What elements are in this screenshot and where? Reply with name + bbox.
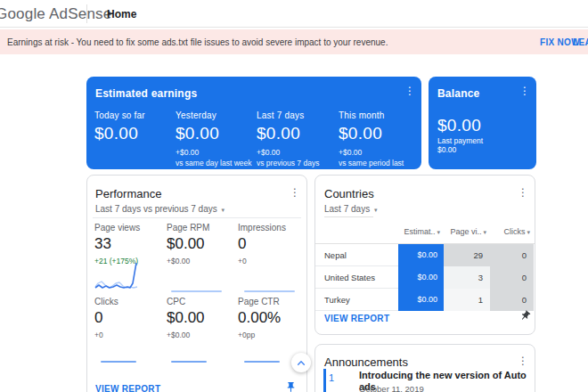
performance-title: Performance bbox=[95, 187, 161, 200]
clicks-cell: 0 bbox=[490, 266, 534, 289]
announcement-accent-bar bbox=[323, 369, 326, 392]
countries-card: Countries ⋮ Last 7 days ▾ Estimat..▾ Pag… bbox=[314, 175, 535, 335]
metric-page-ctr: Page CTR 0.00% +0pp bbox=[238, 297, 306, 339]
metric-impressions: Impressions 0 +0 bbox=[238, 223, 306, 265]
metric-delta: +$0.00 bbox=[339, 148, 419, 157]
column-header-clicks[interactable]: Clicks▾ bbox=[490, 227, 534, 236]
earnings-cell: $0.00 bbox=[398, 244, 444, 266]
metric-compare: vs same period last year bbox=[339, 159, 419, 176]
metric-value: $0.00 bbox=[94, 124, 175, 143]
kebab-menu-icon[interactable]: ⋮ bbox=[519, 86, 530, 96]
kebab-menu-icon[interactable]: ⋮ bbox=[518, 355, 528, 366]
table-row: United States $0.00 3 0 bbox=[315, 266, 534, 289]
table-row: Turkey $0.00 1 0 bbox=[315, 289, 534, 311]
page-rpm-sparkline bbox=[171, 290, 222, 292]
google-adsense-logo: Google AdSense bbox=[0, 5, 111, 23]
range-label: Last 7 days bbox=[324, 204, 370, 214]
column-label: Estimat.. bbox=[404, 227, 435, 236]
metric-compare: vs previous 7 days bbox=[257, 159, 337, 167]
countries-title: Countries bbox=[324, 187, 374, 200]
last-payment-label: Last payment bbox=[437, 136, 483, 145]
ee-metric-last7days: Last 7 days $0.00 +$0.00 vs previous 7 d… bbox=[257, 110, 337, 167]
column-label: Page vi.. bbox=[450, 227, 481, 236]
metric-label: Page views bbox=[94, 223, 162, 233]
sort-arrow-icon: ▾ bbox=[527, 229, 530, 235]
sort-arrow-icon: ▾ bbox=[437, 229, 440, 235]
metric-value: $0.00 bbox=[176, 124, 256, 143]
metric-delta: +$0.00 bbox=[176, 148, 256, 157]
balance-card: Balance ⋮ $0.00 Last payment $0.00 bbox=[429, 77, 536, 169]
metric-value: 33 bbox=[94, 235, 162, 253]
metric-delta: +0pp bbox=[238, 331, 306, 339]
chevron-down-icon: ▾ bbox=[374, 207, 378, 213]
metric-delta: +0 bbox=[94, 331, 162, 339]
clicks-cell: 0 bbox=[490, 289, 534, 311]
metric-value: $0.00 bbox=[339, 124, 419, 143]
column-label: Clicks bbox=[503, 227, 525, 236]
column-header-estimated-earnings[interactable]: Estimat..▾ bbox=[398, 227, 444, 236]
clicks-sparkline bbox=[101, 361, 136, 363]
chevron-down-icon: ▾ bbox=[222, 207, 225, 213]
estimated-earnings-title: Estimated earnings bbox=[95, 87, 197, 100]
earnings-cell: $0.00 bbox=[398, 289, 444, 311]
announcements-card: Announcements ⋮ 1 Introducing the new ve… bbox=[314, 344, 535, 392]
metric-cpc: CPC $0.00 +$0.00 bbox=[167, 297, 234, 339]
topbar-divider bbox=[86, 4, 87, 23]
metric-label: Page CTR bbox=[238, 297, 306, 306]
country-name: United States bbox=[315, 266, 398, 289]
kebab-menu-icon[interactable]: ⋮ bbox=[404, 86, 415, 96]
metric-label: Impressions bbox=[238, 223, 306, 233]
country-name: Nepal bbox=[315, 244, 398, 266]
clicks-cell: 0 bbox=[490, 244, 534, 266]
metric-label: Page RPM bbox=[167, 223, 234, 233]
collapse-card-button[interactable] bbox=[291, 353, 311, 372]
performance-card: Performance ⋮ Last 7 days vs previous 7 … bbox=[86, 175, 307, 392]
table-row: Nepal $0.00 29 0 bbox=[315, 244, 534, 266]
kebab-menu-icon[interactable]: ⋮ bbox=[290, 187, 300, 198]
kebab-menu-icon[interactable]: ⋮ bbox=[518, 187, 528, 198]
metric-value: 0 bbox=[94, 309, 162, 327]
ee-metric-today: Today so far $0.00 bbox=[94, 110, 175, 143]
top-bar: Google AdSense Home bbox=[0, 0, 588, 28]
metric-value: $0.00 bbox=[257, 124, 337, 143]
metric-page-views: Page views 33 +21 (+175%) bbox=[94, 223, 162, 265]
cpc-sparkline bbox=[171, 361, 207, 363]
balance-title: Balance bbox=[437, 87, 479, 100]
sort-arrow-icon: ▾ bbox=[483, 229, 486, 235]
divider bbox=[93, 217, 301, 218]
metric-value: 0.00% bbox=[238, 309, 306, 327]
learn-more-button[interactable]: LEARN MORE bbox=[573, 37, 588, 47]
divider bbox=[324, 216, 373, 217]
metric-label: Clicks bbox=[94, 297, 162, 306]
adsense-home-screen: Google AdSense Home Earnings at risk - Y… bbox=[0, 0, 588, 392]
metric-value: $0.00 bbox=[167, 309, 234, 327]
ee-metric-thismonth: This month $0.00 +$0.00 vs same period l… bbox=[339, 110, 419, 176]
nav-tab-home[interactable]: Home bbox=[107, 8, 136, 20]
metric-delta: +$0.00 bbox=[257, 148, 337, 157]
page-ctr-sparkline bbox=[244, 361, 280, 363]
chevron-up-icon bbox=[297, 359, 306, 367]
metric-label: Today so far bbox=[94, 110, 175, 120]
countries-view-report-link[interactable]: VIEW REPORT bbox=[324, 314, 389, 323]
range-label: Last 7 days vs previous 7 days bbox=[95, 204, 217, 214]
metric-label: This month bbox=[339, 110, 419, 120]
announcement-item-date: October 11, 2019 bbox=[359, 384, 424, 392]
earnings-cell: $0.00 bbox=[398, 266, 444, 289]
metric-clicks: Clicks 0 +0 bbox=[94, 297, 162, 339]
page-views-cell: 1 bbox=[444, 289, 490, 311]
metric-label: Yesterday bbox=[176, 110, 256, 120]
announcements-title: Announcements bbox=[324, 355, 408, 369]
metric-delta: +$0.00 bbox=[167, 331, 234, 339]
metric-delta: +0 bbox=[238, 257, 306, 265]
performance-range-selector[interactable]: Last 7 days vs previous 7 days ▾ bbox=[95, 204, 225, 214]
metric-value: $0.00 bbox=[167, 235, 234, 253]
ads-txt-alert-banner: Earnings at risk - You need to fix some … bbox=[0, 29, 588, 54]
announcement-number: 1 bbox=[329, 372, 334, 383]
metric-label: CPC bbox=[167, 297, 234, 306]
page-views-sparkline bbox=[94, 260, 150, 294]
metric-compare: vs same day last week bbox=[176, 159, 256, 167]
countries-range-selector[interactable]: Last 7 days ▾ bbox=[324, 204, 377, 214]
performance-view-report-link[interactable]: VIEW REPORT bbox=[95, 384, 160, 392]
pin-icon[interactable] bbox=[285, 381, 297, 392]
column-header-page-views[interactable]: Page vi..▾ bbox=[444, 227, 490, 236]
